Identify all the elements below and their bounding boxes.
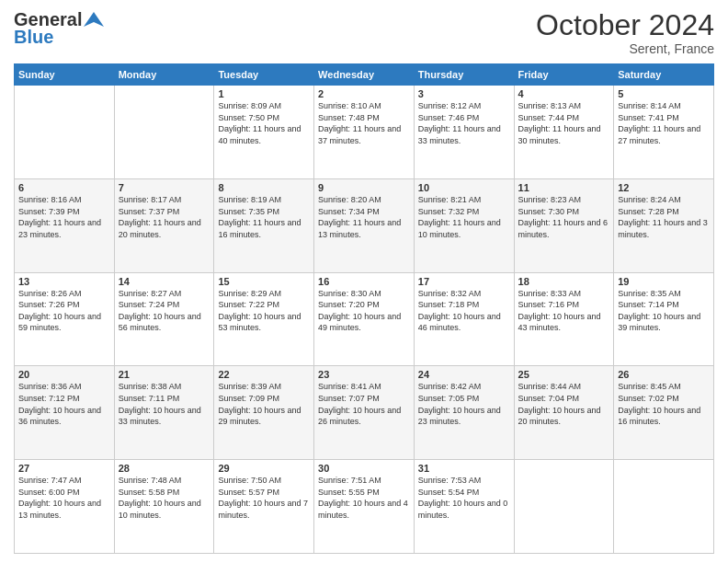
- day-number: 14: [119, 276, 210, 287]
- day-number: 24: [418, 369, 510, 380]
- day-number: 15: [218, 276, 310, 287]
- day-info: Sunrise: 8:17 AMSunset: 7:37 PMDaylight:…: [119, 194, 210, 240]
- day-number: 30: [318, 463, 410, 474]
- day-info: Sunrise: 8:32 AMSunset: 7:18 PMDaylight:…: [418, 288, 510, 334]
- table-row: 15Sunrise: 8:29 AMSunset: 7:22 PMDayligh…: [214, 272, 314, 366]
- table-row: 27Sunrise: 7:47 AMSunset: 6:00 PMDayligh…: [15, 460, 115, 554]
- day-info: Sunrise: 8:16 AMSunset: 7:39 PMDaylight:…: [18, 194, 110, 240]
- day-info: Sunrise: 7:48 AMSunset: 5:58 PMDaylight:…: [119, 475, 210, 521]
- day-number: 20: [18, 369, 110, 380]
- col-tuesday: Tuesday: [214, 64, 314, 86]
- day-info: Sunrise: 8:45 AMSunset: 7:02 PMDaylight:…: [618, 381, 710, 427]
- day-info: Sunrise: 7:51 AMSunset: 5:55 PMDaylight:…: [318, 475, 410, 521]
- calendar-week-2: 6Sunrise: 8:16 AMSunset: 7:39 PMDaylight…: [15, 178, 714, 272]
- day-info: Sunrise: 8:21 AMSunset: 7:32 PMDaylight:…: [418, 194, 510, 240]
- table-row: 24Sunrise: 8:42 AMSunset: 7:05 PMDayligh…: [414, 366, 514, 460]
- table-row: 12Sunrise: 8:24 AMSunset: 7:28 PMDayligh…: [614, 178, 714, 272]
- day-number: 2: [318, 88, 410, 99]
- logo: General Blue: [14, 9, 104, 48]
- day-info: Sunrise: 8:19 AMSunset: 7:35 PMDaylight:…: [218, 194, 310, 240]
- day-number: 23: [318, 369, 410, 380]
- day-info: Sunrise: 8:27 AMSunset: 7:24 PMDaylight:…: [119, 288, 210, 334]
- day-number: 29: [218, 463, 310, 474]
- day-info: Sunrise: 8:12 AMSunset: 7:46 PMDaylight:…: [418, 100, 510, 146]
- table-row: 25Sunrise: 8:44 AMSunset: 7:04 PMDayligh…: [514, 366, 614, 460]
- day-info: Sunrise: 8:33 AMSunset: 7:16 PMDaylight:…: [518, 288, 610, 334]
- month-year: October 2024: [536, 9, 714, 41]
- day-number: 18: [518, 276, 610, 287]
- day-info: Sunrise: 8:23 AMSunset: 7:30 PMDaylight:…: [518, 194, 610, 240]
- day-number: 12: [618, 182, 710, 193]
- table-row: 13Sunrise: 8:26 AMSunset: 7:26 PMDayligh…: [15, 272, 115, 366]
- calendar-week-5: 27Sunrise: 7:47 AMSunset: 6:00 PMDayligh…: [15, 460, 714, 554]
- day-info: Sunrise: 8:30 AMSunset: 7:20 PMDaylight:…: [318, 288, 410, 334]
- table-row: [614, 460, 714, 554]
- day-number: 22: [218, 369, 310, 380]
- day-number: 13: [18, 276, 110, 287]
- table-row: 16Sunrise: 8:30 AMSunset: 7:20 PMDayligh…: [314, 272, 415, 366]
- day-info: Sunrise: 8:42 AMSunset: 7:05 PMDaylight:…: [418, 381, 510, 427]
- day-number: 7: [119, 182, 210, 193]
- col-saturday: Saturday: [614, 64, 714, 86]
- location: Serent, France: [536, 41, 714, 56]
- day-number: 17: [418, 276, 510, 287]
- logo-blue: Blue: [14, 27, 53, 48]
- table-row: 9Sunrise: 8:20 AMSunset: 7:34 PMDaylight…: [314, 178, 415, 272]
- day-info: Sunrise: 8:35 AMSunset: 7:14 PMDaylight:…: [618, 288, 710, 334]
- day-info: Sunrise: 8:10 AMSunset: 7:48 PMDaylight:…: [318, 100, 410, 146]
- table-row: 18Sunrise: 8:33 AMSunset: 7:16 PMDayligh…: [514, 272, 614, 366]
- table-row: 8Sunrise: 8:19 AMSunset: 7:35 PMDaylight…: [214, 178, 314, 272]
- table-row: [514, 460, 614, 554]
- day-number: 25: [518, 369, 610, 380]
- calendar-week-3: 13Sunrise: 8:26 AMSunset: 7:26 PMDayligh…: [15, 272, 714, 366]
- logo-bird-icon: [84, 10, 104, 30]
- day-number: 11: [518, 182, 610, 193]
- day-info: Sunrise: 8:39 AMSunset: 7:09 PMDaylight:…: [218, 381, 310, 427]
- col-wednesday: Wednesday: [314, 64, 415, 86]
- table-row: 11Sunrise: 8:23 AMSunset: 7:30 PMDayligh…: [514, 178, 614, 272]
- day-info: Sunrise: 8:14 AMSunset: 7:41 PMDaylight:…: [618, 100, 710, 146]
- day-info: Sunrise: 8:44 AMSunset: 7:04 PMDaylight:…: [518, 381, 610, 427]
- day-number: 8: [218, 182, 310, 193]
- table-row: 30Sunrise: 7:51 AMSunset: 5:55 PMDayligh…: [314, 460, 415, 554]
- day-number: 3: [418, 88, 510, 99]
- col-friday: Friday: [514, 64, 614, 86]
- calendar-week-4: 20Sunrise: 8:36 AMSunset: 7:12 PMDayligh…: [15, 366, 714, 460]
- title-block: October 2024 Serent, France: [536, 9, 714, 56]
- day-info: Sunrise: 8:09 AMSunset: 7:50 PMDaylight:…: [218, 100, 310, 146]
- table-row: 19Sunrise: 8:35 AMSunset: 7:14 PMDayligh…: [614, 272, 714, 366]
- calendar-header-row: Sunday Monday Tuesday Wednesday Thursday…: [15, 64, 714, 86]
- table-row: [114, 86, 214, 179]
- day-info: Sunrise: 7:47 AMSunset: 6:00 PMDaylight:…: [18, 475, 110, 521]
- day-number: 26: [618, 369, 710, 380]
- table-row: 10Sunrise: 8:21 AMSunset: 7:32 PMDayligh…: [414, 178, 514, 272]
- table-row: 3Sunrise: 8:12 AMSunset: 7:46 PMDaylight…: [414, 86, 514, 179]
- col-thursday: Thursday: [414, 64, 514, 86]
- calendar-week-1: 1Sunrise: 8:09 AMSunset: 7:50 PMDaylight…: [15, 86, 714, 179]
- table-row: 17Sunrise: 8:32 AMSunset: 7:18 PMDayligh…: [414, 272, 514, 366]
- table-row: 29Sunrise: 7:50 AMSunset: 5:57 PMDayligh…: [214, 460, 314, 554]
- table-row: 14Sunrise: 8:27 AMSunset: 7:24 PMDayligh…: [114, 272, 214, 366]
- table-row: 5Sunrise: 8:14 AMSunset: 7:41 PMDaylight…: [614, 86, 714, 179]
- table-row: 22Sunrise: 8:39 AMSunset: 7:09 PMDayligh…: [214, 366, 314, 460]
- day-info: Sunrise: 8:36 AMSunset: 7:12 PMDaylight:…: [18, 381, 110, 427]
- day-info: Sunrise: 8:24 AMSunset: 7:28 PMDaylight:…: [618, 194, 710, 240]
- table-row: 4Sunrise: 8:13 AMSunset: 7:44 PMDaylight…: [514, 86, 614, 179]
- day-info: Sunrise: 7:53 AMSunset: 5:54 PMDaylight:…: [418, 475, 510, 521]
- col-sunday: Sunday: [15, 64, 115, 86]
- day-number: 28: [119, 463, 210, 474]
- day-info: Sunrise: 8:41 AMSunset: 7:07 PMDaylight:…: [318, 381, 410, 427]
- table-row: [15, 86, 115, 179]
- day-info: Sunrise: 8:38 AMSunset: 7:11 PMDaylight:…: [119, 381, 210, 427]
- day-number: 10: [418, 182, 510, 193]
- day-number: 19: [618, 276, 710, 287]
- table-row: 26Sunrise: 8:45 AMSunset: 7:02 PMDayligh…: [614, 366, 714, 460]
- table-row: 21Sunrise: 8:38 AMSunset: 7:11 PMDayligh…: [114, 366, 214, 460]
- day-number: 5: [618, 88, 710, 99]
- table-row: 6Sunrise: 8:16 AMSunset: 7:39 PMDaylight…: [15, 178, 115, 272]
- day-number: 9: [318, 182, 410, 193]
- table-row: 28Sunrise: 7:48 AMSunset: 5:58 PMDayligh…: [114, 460, 214, 554]
- day-info: Sunrise: 8:13 AMSunset: 7:44 PMDaylight:…: [518, 100, 610, 146]
- day-info: Sunrise: 8:29 AMSunset: 7:22 PMDaylight:…: [218, 288, 310, 334]
- header: General Blue October 2024 Serent, France: [14, 9, 714, 56]
